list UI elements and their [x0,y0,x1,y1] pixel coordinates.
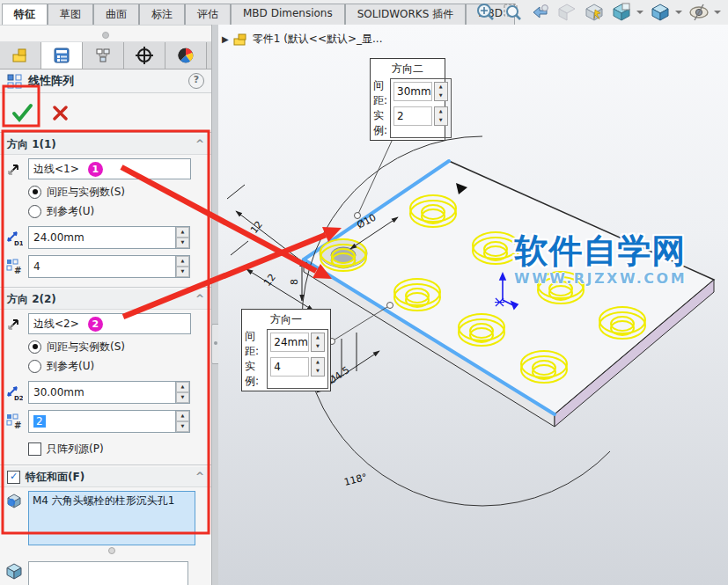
direction1-edge-field[interactable]: 边线<1> 1 [28,158,191,179]
display-style-dropdown-icon[interactable] [675,11,682,14]
dim-tip-angle: 118° [343,472,369,488]
spinner[interactable]: ▲▼ [311,357,325,377]
callout-spacing-field[interactable]: 30mm ▲▼ [393,82,448,101]
direction1-instances-row: # 4 ▲▼ [4,255,211,278]
spacing-label: 间距: [245,329,264,359]
feature-manager-tab[interactable] [0,42,41,69]
cancel-button[interactable] [53,106,68,121]
command-manager-bar: 特征 草图 曲面 标注 评估 MBD Dimensions SOLIDWORKS… [0,0,728,26]
direction2-instances-row: # 2 ▲▼ [4,410,211,433]
direction2-callout[interactable]: 方向二 间距: 实例: 30mm ▲▼ 2 ▲▼ [370,58,445,141]
collapse-icon[interactable]: ^ [195,471,204,483]
direction2-edge-row: 边线<2> 2 [4,313,211,334]
radio-icon [28,205,41,218]
direction1-uptoref-radio[interactable]: 到参考(U) [28,204,211,218]
direction2-spacing-row: D2 30.00mm ▲▼ [4,381,211,404]
pattern-seed-only-checkbox[interactable]: 只阵列源(P) [28,442,211,456]
ok-cancel-bar [0,92,211,133]
3d-drawing-view-icon[interactable] [584,2,605,23]
tab-evaluate[interactable]: 评估 [185,4,231,25]
spinner[interactable]: ▲▼ [175,227,189,248]
zoom-to-fit-icon[interactable] [474,2,496,23]
seed-counterbore-hole[interactable] [320,239,367,271]
crosshair-icon [136,47,153,64]
spinner[interactable]: ▲▼ [434,106,448,126]
property-manager-tab[interactable] [41,42,83,69]
features-faces-header[interactable]: ✓ 特征和面(F) ^ [0,467,211,487]
expand-arrow-icon[interactable]: ▶ [222,34,229,44]
tab-sketch[interactable]: 草图 [48,4,93,25]
display-manager-tab[interactable] [165,42,207,69]
instance-count-icon: # [4,412,25,431]
tab-annotate[interactable]: 标注 [139,4,185,25]
grip-dot-icon [102,32,109,39]
direction2-uptoref-radio[interactable]: 到参考(U) [28,359,211,373]
section-view-icon[interactable] [556,2,577,23]
ok-button[interactable] [11,101,33,124]
callout-instances-field[interactable]: 4 ▲▼ [270,357,325,377]
svg-text:#: # [14,266,21,275]
property-list-icon [53,47,70,64]
dim-spacing-b: 12 [261,272,278,289]
step-badge-1: 1 [88,162,103,177]
direction2-header[interactable]: 方向 2(2) ^ [0,289,211,310]
callout-title: 方向二 [371,59,445,78]
spinner[interactable]: ▲▼ [175,411,189,432]
tab-mbd-dimensions[interactable]: MBD Dimensions [231,4,345,25]
step-badge-2: 2 [88,317,103,332]
help-icon[interactable]: ? [188,73,204,89]
features-to-pattern-list[interactable]: M4 六角头螺栓的柱形沉头孔1 [28,491,195,545]
spinner[interactable]: ▲▼ [175,382,189,403]
tab-features[interactable]: 特征 [2,4,48,25]
direction-reference-icon [4,159,25,179]
direction2-spacing-radio[interactable]: 间距与实例数(S) [28,340,211,354]
direction2-spacing-field[interactable]: 30.00mm ▲▼ [28,381,190,404]
feature-tree-flyout[interactable]: ▶ 零件1 (默认<<默认>_显... [222,32,382,47]
spinner[interactable]: ▲▼ [434,82,448,101]
apply-scene-dropdown-icon[interactable] [636,11,643,14]
part-tree-label: 零件1 (默认<<默认>_显... [253,32,383,47]
direction2-edge-field[interactable]: 边线<2> 2 [28,313,191,334]
direction1-spacing-field[interactable]: 24.00mm ▲▼ [28,226,190,249]
collapse-icon[interactable]: ^ [195,138,204,150]
command-tabs: 特征 草图 曲面 标注 评估 MBD Dimensions SOLIDWORKS… [2,4,515,25]
spinner[interactable]: ▲▼ [311,333,325,352]
hide-show-items-icon[interactable] [688,2,710,23]
direction1-spacing-radio[interactable]: 间距与实例数(S) [28,185,211,199]
plate-body[interactable] [304,161,714,427]
faces-to-pattern-list[interactable] [28,561,188,585]
direction1-header[interactable]: 方向 1(1) ^ [0,135,211,155]
spinner[interactable]: ▲▼ [175,256,189,277]
apply-scene-icon[interactable] [611,2,632,23]
configuration-manager-tab[interactable] [83,42,124,69]
faces-to-pattern-icon [4,561,25,581]
hide-show-dropdown-icon[interactable] [714,11,721,14]
list-resize-handle[interactable] [108,547,115,554]
dim-spacing-a: 12 [248,219,265,236]
callout-instances-field[interactable]: 2 ▲▼ [393,106,448,126]
display-style-icon[interactable] [650,2,671,23]
dimxpert-manager-tab[interactable] [124,42,165,69]
checkbox-unchecked-icon [28,442,41,456]
property-manager-panel: 线性阵列 ? 方向 1(1) ^ 边线<1> 1 间距与实例数(S) 到参考(U… [0,25,212,585]
previous-view-icon[interactable] [529,2,550,23]
radio-selected-icon [28,340,41,354]
direction1-instances-field[interactable]: 4 ▲▼ [28,255,190,278]
divider [0,464,211,465]
graphics-area[interactable]: 12 12 Ø10 8 Ø4.5 118° ▶ 零件1 (默认<<默认>_显..… [218,25,728,585]
d2-spacing-icon: D2 [4,383,25,402]
tab-solidworks-addins[interactable]: SOLIDWORKS 插件 [345,4,466,25]
panel-grip[interactable] [0,25,211,42]
direction1-callout[interactable]: 方向一 间距: 实例: 24mm ▲▼ 4 ▲▼ [241,309,331,391]
divider [0,287,211,288]
collapse-icon[interactable]: ^ [195,293,204,305]
callout-spacing-field[interactable]: 24mm ▲▼ [270,333,325,352]
watermark-title: 软件自学网 [514,234,687,267]
direction2-instances-field[interactable]: 2 ▲▼ [28,410,190,433]
callout-title: 方向一 [242,310,330,329]
tab-surfaces[interactable]: 曲面 [93,4,139,25]
features-to-pattern-icon [4,491,25,510]
zoom-to-area-icon[interactable] [502,2,523,23]
configurations-icon [94,47,112,64]
part-icon [233,33,248,47]
